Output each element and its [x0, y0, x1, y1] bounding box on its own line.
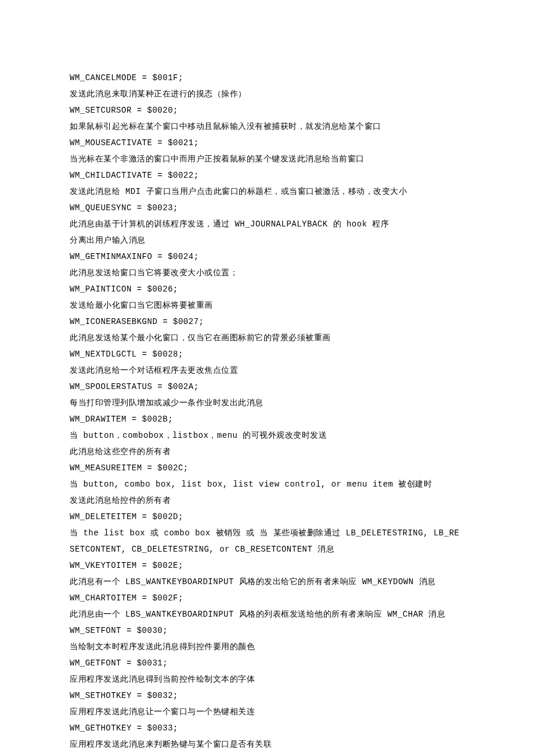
text-line: 发送给最小化窗口当它图标将要被重画 [70, 297, 464, 314]
text-line: 此消息由基于计算机的训练程序发送，通过 WH_JOURNALPALYBACK 的… [70, 216, 464, 232]
text-line: WM_CHARTOITEM = $002F; [70, 590, 464, 606]
text-line: WM_GETFONT = $0031; [70, 655, 464, 671]
text-line: 应用程序发送此消息得到当前控件绘制文本的字体 [70, 671, 464, 687]
text-line: WM_SPOOLERSTATUS = $002A; [70, 379, 464, 395]
text-line: WM_SETFONT = $0030; [70, 622, 464, 639]
text-line: 此消息有一个 LBS_WANTKEYBOARDINPUT 风格的发出给它的所有者… [70, 574, 464, 590]
text-line: 应用程序发送此消息来判断热键与某个窗口是否有关联 [70, 736, 464, 753]
text-line: 当绘制文本时程序发送此消息得到控件要用的颜色 [70, 639, 464, 655]
text-line: WM_PAINTICON = $0026; [70, 281, 464, 297]
text-line: 此消息给这些空件的所有者 [70, 444, 464, 460]
text-line: WM_CANCELMODE = $001F; [70, 70, 464, 86]
text-line: 此消息发送给窗口当它将要改变大小或位置； [70, 265, 464, 281]
text-line: WM_DRAWITEM = $002B; [70, 411, 464, 427]
text-line: 分离出用户输入消息 [70, 232, 464, 249]
text-line: WM_NEXTDLGCTL = $0028; [70, 346, 464, 362]
text-line: 发送此消息给一个对话框程序去更改焦点位置 [70, 362, 464, 379]
text-line: WM_QUERYDRAGICON = $0037; [70, 753, 464, 756]
text-line: 当 button, combo box, list box, list view… [70, 476, 464, 492]
text-line: 发送此消息给控件的所有者 [70, 492, 464, 509]
text-line: 发送此消息来取消某种正在进行的摸态（操作） [70, 86, 464, 102]
text-line: WM_QUEUESYNC = $0023; [70, 200, 464, 216]
text-line: WM_MEASUREITEM = $002C; [70, 460, 464, 476]
text-line: 当 button，combobox，listbox，menu 的可视外观改变时发… [70, 427, 464, 444]
text-line: WM_ICONERASEBKGND = $0027; [70, 314, 464, 330]
text-line: 应用程序发送此消息让一个窗口与一个热键相关连 [70, 704, 464, 720]
text-line: WM_GETMINMAXINFO = $0024; [70, 249, 464, 265]
text-line: WM_VKEYTOITEM = $002E; [70, 557, 464, 574]
text-line: WM_SETHOTKEY = $0032; [70, 687, 464, 704]
text-line: 发送此消息给 MDI 子窗口当用户点击此窗口的标题栏，或当窗口被激活，移动，改变… [70, 183, 464, 200]
text-line: WM_CHILDACTIVATE = $0022; [70, 167, 464, 183]
text-line: 当 the list box 或 combo box 被销毁 或 当 某些项被删… [70, 525, 464, 557]
text-line: WM_GETHOTKEY = $0033; [70, 720, 464, 736]
text-line: WM_SETCURSOR = $0020; [70, 102, 464, 118]
document-content: WM_CANCELMODE = $001F;发送此消息来取消某种正在进行的摸态（… [70, 70, 464, 756]
text-line: 此消息由一个 LBS_WANTKEYBOARDINPUT 风格的列表框发送给他的… [70, 606, 464, 622]
text-line: WM_DELETEITEM = $002D; [70, 509, 464, 525]
text-line: 当光标在某个非激活的窗口中而用户正按着鼠标的某个键发送此消息给当前窗口 [70, 151, 464, 167]
text-line: 如果鼠标引起光标在某个窗口中移动且鼠标输入没有被捕获时，就发消息给某个窗口 [70, 118, 464, 135]
text-line: 此消息发送给某个最小化窗口，仅当它在画图标前它的背景必须被重画 [70, 330, 464, 346]
text-line: 每当打印管理列队增加或减少一条作业时发出此消息 [70, 395, 464, 411]
text-line: WM_MOUSEACTIVATE = $0021; [70, 135, 464, 151]
document-page: WM_CANCELMODE = $001F;发送此消息来取消某种正在进行的摸态（… [0, 0, 534, 756]
